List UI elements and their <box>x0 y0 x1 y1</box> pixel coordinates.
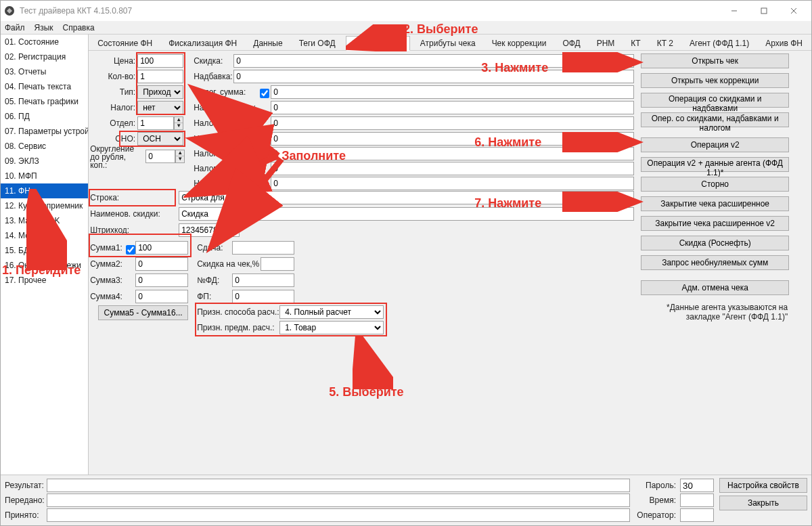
maximize-button[interactable] <box>749 1 779 20</box>
label-tax2: Налог 2, сумма : <box>194 118 258 128</box>
tax-sum-checkbox[interactable] <box>260 89 269 98</box>
tab-9[interactable]: КТ <box>625 36 646 50</box>
tax1-input[interactable] <box>271 101 634 114</box>
op-discounts-button[interactable]: Операция со скидками и надбавками <box>641 93 789 108</box>
op-v2-agent-button[interactable]: Операция v2 + данные агента (ФФД 1.1)* <box>641 157 789 172</box>
sidebar-item-14[interactable]: 15. БД чеков <box>1 243 88 258</box>
type-select[interactable]: Приход <box>137 85 183 99</box>
nfd-input[interactable] <box>232 273 294 287</box>
sidebar-item-9[interactable]: 10. МФП <box>1 169 88 183</box>
tab-10[interactable]: КТ 2 <box>651 36 679 50</box>
op-v2-button[interactable]: Операция v2 <box>641 137 789 152</box>
round-spinner[interactable]: ▲▼ <box>175 150 185 163</box>
sidebar-item-8[interactable]: 09. ЭКЛЗ <box>1 154 88 169</box>
props-button[interactable]: Настройка свойств <box>719 478 807 493</box>
sidebar-item-10[interactable]: 11. ФН <box>1 183 88 198</box>
sum2-input[interactable] <box>135 257 188 271</box>
close-button[interactable] <box>779 1 809 20</box>
markup-input[interactable] <box>233 70 634 83</box>
sum3-input[interactable] <box>135 273 188 287</box>
sidebar-item-2[interactable]: 03. Отчеты <box>1 64 88 79</box>
paymethod-select[interactable]: 4. Полный расчет <box>279 305 384 319</box>
nonnull-button[interactable]: Запрос необнуляемых сумм <box>641 255 789 270</box>
discname-input[interactable] <box>179 207 634 221</box>
sidebar-item-3[interactable]: 04. Печать текста <box>1 79 88 94</box>
tab-7[interactable]: ОФД <box>557 36 587 50</box>
menu-language[interactable]: Язык <box>35 23 53 32</box>
tab-1[interactable]: Фискализация ФН <box>162 36 243 50</box>
label-sum2: Сумма2: <box>90 259 122 269</box>
tab-11[interactable]: Агент (ФФД 1.1) <box>683 36 755 50</box>
sidebar-item-5[interactable]: 06. ПД <box>1 109 88 124</box>
tax-select[interactable]: нет <box>137 101 183 114</box>
sidebar-item-15[interactable]: 16. Онлайн платежи <box>1 258 88 273</box>
round-input[interactable] <box>145 150 175 163</box>
sno-select[interactable]: ОСН <box>137 132 183 146</box>
tax5-input[interactable] <box>271 162 634 175</box>
tab-0[interactable]: Состояние ФН <box>91 36 158 50</box>
dept-input[interactable] <box>137 116 174 130</box>
sidebar-item-12[interactable]: 13. МаркPay-K <box>1 213 88 228</box>
password-input[interactable] <box>680 479 714 492</box>
line-input[interactable] <box>179 191 634 204</box>
barcode-input[interactable] <box>179 223 240 237</box>
label-recv: Принято: <box>5 510 47 520</box>
tax2-input[interactable] <box>271 116 634 130</box>
sidebar-item-1[interactable]: 02. Регистрация <box>1 49 88 64</box>
label-sum4: Сумма4: <box>90 292 122 301</box>
sum1-checkbox[interactable] <box>126 245 135 255</box>
qty-input[interactable] <box>137 70 183 83</box>
sidebar-item-13[interactable]: 14. Модем <box>1 228 88 243</box>
price-input[interactable] <box>137 54 183 68</box>
sidebar-item-0[interactable]: 01. Состояние <box>1 35 88 49</box>
tax-sum-input[interactable] <box>271 85 634 99</box>
sidebar-item-16[interactable]: 17. Прочее <box>1 273 88 288</box>
chkdisc-input[interactable] <box>261 257 294 271</box>
label-round: Округление до рубля, коп.: <box>90 145 143 169</box>
menu-file[interactable]: Файл <box>5 23 25 32</box>
dept-spinner[interactable]: ▲▼ <box>174 116 183 130</box>
op-discounts-tax-button[interactable]: Опер. со скидками, надбавками и налогом <box>641 112 789 127</box>
sum5-button[interactable]: Сумма5 - Сумма16... <box>98 305 188 320</box>
sidebar-item-11[interactable]: 12. Купюроприемник <box>1 198 88 213</box>
fp-input[interactable] <box>232 290 294 303</box>
tax4-input[interactable] <box>271 147 634 160</box>
sidebar-item-7[interactable]: 08. Сервис <box>1 139 88 154</box>
label-sum3: Сумма3: <box>90 276 122 285</box>
sent-field <box>47 494 630 507</box>
close-app-button[interactable]: Закрыть <box>719 496 807 510</box>
open-check-button[interactable]: Открыть чек <box>641 53 789 68</box>
sum1-input[interactable] <box>135 241 188 255</box>
window-title: Тест драйвера ККТ 4.15.0.807 <box>20 6 719 16</box>
sidebar-item-4[interactable]: 05. Печать графики <box>1 94 88 109</box>
tab-4[interactable]: Операции ФН <box>346 36 410 51</box>
tab-12[interactable]: Архив ФН <box>759 36 809 50</box>
storno-button[interactable]: Сторно <box>641 177 789 192</box>
paysubj-select[interactable]: 1. Товар <box>279 321 384 334</box>
close-ext-button[interactable]: Закрытие чека расширенное <box>641 196 789 211</box>
open-corr-check-button[interactable]: Открыть чек коррекции <box>641 73 789 88</box>
tab-8[interactable]: РНМ <box>591 36 621 50</box>
tax6-input[interactable] <box>271 177 634 190</box>
step5-arrow <box>353 335 393 389</box>
change-input[interactable] <box>232 241 294 255</box>
label-sum1: Сумма1: <box>90 243 122 253</box>
menu-help[interactable]: Справка <box>63 23 95 32</box>
adm-cancel-button[interactable]: Адм. отмена чека <box>641 280 789 295</box>
rosneft-button[interactable]: Скидка (Роснефть) <box>641 236 789 250</box>
tab-5[interactable]: Атрибуты чека <box>414 36 482 50</box>
app-icon <box>3 5 16 17</box>
discount-input[interactable] <box>233 54 634 68</box>
tab-3[interactable]: Теги ОФД <box>293 36 342 50</box>
close-ext-v2-button[interactable]: Закрытие чека расширенное v2 <box>641 216 789 231</box>
minimize-button[interactable] <box>719 1 749 20</box>
operator-input[interactable] <box>680 508 714 522</box>
label-nfd: №ФД: <box>197 276 224 285</box>
tab-6[interactable]: Чек коррекции <box>486 36 553 50</box>
sum4-input[interactable] <box>135 290 188 303</box>
label-change: Сдача: <box>197 243 224 253</box>
sidebar-item-6[interactable]: 07. Параметры устройства <box>1 124 88 139</box>
tab-2[interactable]: Данные <box>247 36 288 50</box>
time-input[interactable] <box>680 494 714 507</box>
tax3-input[interactable] <box>271 132 634 146</box>
